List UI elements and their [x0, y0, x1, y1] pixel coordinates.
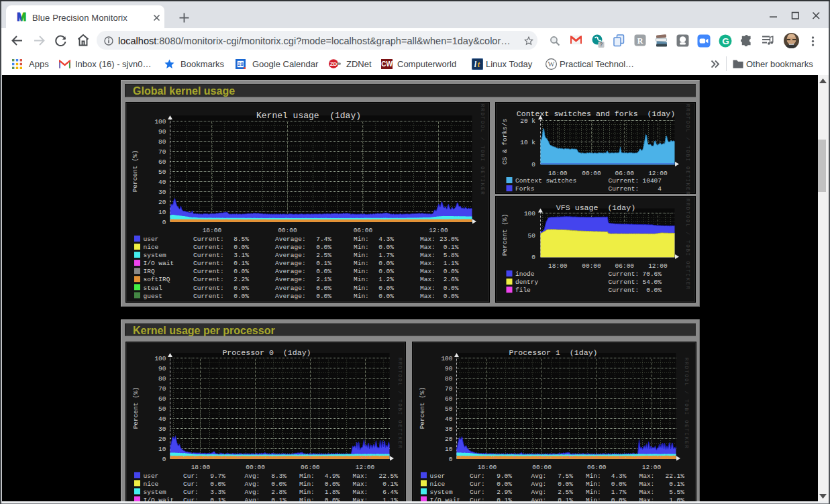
- svg-text:7.5%: 7.5%: [558, 472, 573, 480]
- svg-text:W: W: [548, 60, 554, 68]
- svg-text:60: 60: [445, 395, 453, 403]
- svg-text:5.5%: 5.5%: [669, 489, 684, 496]
- svg-text:Cur:: Cur:: [470, 497, 485, 501]
- svg-text:100: 100: [441, 355, 452, 362]
- svg-text:0.1%: 0.1%: [669, 481, 684, 488]
- svg-text:70: 70: [445, 385, 453, 393]
- svg-text:18:00: 18:00: [478, 464, 497, 471]
- svg-text:12:00: 12:00: [642, 464, 662, 471]
- svg-text:0.0%: 0.0%: [497, 481, 512, 488]
- svg-text:Processor 1 (1day): Processor 1 (1day): [509, 348, 597, 357]
- svg-text:Max:: Max:: [639, 481, 655, 488]
- svg-text:Max:: Max:: [639, 472, 655, 480]
- svg-text:Avg:: Avg:: [531, 497, 547, 501]
- svg-text:90: 90: [445, 365, 453, 372]
- svg-text:1.7%: 1.7%: [611, 489, 627, 496]
- svg-text:nice: nice: [430, 481, 446, 488]
- svg-text:ZD: ZD: [330, 61, 338, 67]
- svg-text:Max:: Max:: [639, 497, 655, 501]
- svg-text:Percent (%): Percent (%): [419, 387, 426, 430]
- svg-text:system: system: [430, 489, 454, 496]
- svg-text:R: R: [637, 36, 643, 46]
- svg-text:Min:: Min:: [586, 489, 601, 496]
- svg-text:30: 30: [445, 425, 453, 433]
- svg-text:10: 10: [445, 446, 453, 453]
- svg-text:Min:: Min:: [586, 497, 601, 501]
- svg-text:Avg:: Avg:: [531, 489, 547, 496]
- svg-text:20: 20: [445, 436, 453, 443]
- svg-text:0.0%: 0.0%: [611, 497, 627, 501]
- svg-text:Cur:: Cur:: [470, 472, 485, 480]
- svg-text:RRDTOOL / TOBI OETIKER: RRDTOOL / TOBI OETIKER: [684, 358, 689, 449]
- svg-text:?: ?: [599, 42, 603, 48]
- svg-text:Min:: Min:: [586, 481, 601, 488]
- svg-text:00:00: 00:00: [532, 464, 552, 471]
- svg-text:50: 50: [445, 405, 453, 413]
- svg-text:G: G: [722, 36, 729, 46]
- svg-text:Avg:: Avg:: [531, 472, 547, 480]
- svg-text:4.3%: 4.3%: [611, 472, 627, 480]
- svg-text:0.0%: 0.0%: [611, 481, 627, 488]
- svg-text:40: 40: [445, 415, 453, 423]
- svg-text:Max:: Max:: [639, 489, 655, 496]
- svg-text:2.5%: 2.5%: [558, 489, 573, 496]
- svg-text:user: user: [430, 472, 446, 480]
- svg-text:Min:: Min:: [586, 472, 601, 480]
- svg-text:2.9%: 2.9%: [497, 489, 512, 496]
- svg-text:Cur:: Cur:: [470, 481, 485, 488]
- svg-text:1.0%: 1.0%: [669, 497, 684, 501]
- svg-text:Avg:: Avg:: [531, 481, 547, 488]
- svg-text:0.1%: 0.1%: [497, 497, 512, 501]
- svg-text:I/O wait: I/O wait: [430, 497, 461, 501]
- svg-text:22.1%: 22.1%: [665, 472, 684, 480]
- svg-text:80: 80: [445, 375, 453, 383]
- svg-text:M: M: [17, 11, 26, 22]
- svg-text:0.1%: 0.1%: [558, 497, 573, 501]
- svg-text:CW: CW: [381, 60, 393, 68]
- svg-text:0.0%: 0.0%: [558, 481, 573, 488]
- svg-text:06:00: 06:00: [587, 464, 607, 471]
- svg-text:28: 28: [238, 61, 243, 67]
- svg-text:9.0%: 9.0%: [497, 472, 512, 480]
- svg-text:Cur:: Cur:: [470, 489, 485, 496]
- svg-text:0: 0: [449, 456, 453, 463]
